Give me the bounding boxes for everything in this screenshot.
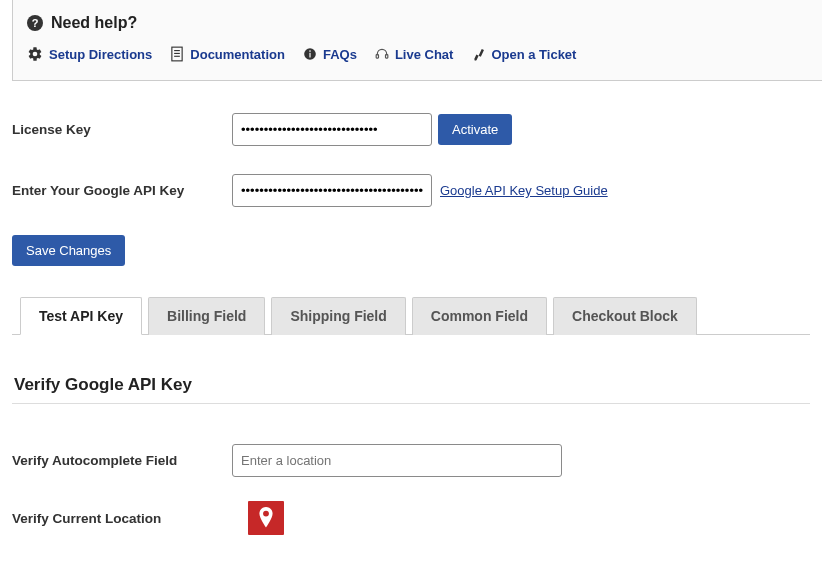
license-key-row: License Key Activate xyxy=(12,113,810,146)
document-icon xyxy=(170,46,184,62)
open-ticket-label: Open a Ticket xyxy=(491,47,576,62)
ticket-icon xyxy=(471,47,485,61)
info-icon xyxy=(303,47,317,61)
faqs-link[interactable]: FAQs xyxy=(303,47,357,62)
live-chat-link[interactable]: Live Chat xyxy=(375,47,454,62)
verify-autocomplete-row: Verify Autocomplete Field xyxy=(12,444,810,477)
svg-rect-7 xyxy=(376,55,378,59)
map-pin-icon xyxy=(257,507,275,529)
api-key-row: Enter Your Google API Key Google API Key… xyxy=(12,174,810,207)
tab-test-api-key[interactable]: Test API Key xyxy=(20,297,142,335)
tab-common-field[interactable]: Common Field xyxy=(412,297,547,335)
tab-billing-field[interactable]: Billing Field xyxy=(148,297,265,335)
settings-form: License Key Activate Enter Your Google A… xyxy=(0,81,822,575)
live-chat-label: Live Chat xyxy=(395,47,454,62)
svg-point-6 xyxy=(309,50,311,52)
help-links: Setup Directions Documentation FAQs Live… xyxy=(27,46,808,62)
help-panel: ? Need help? Setup Directions Documentat… xyxy=(12,0,822,81)
help-title: Need help? xyxy=(51,14,137,32)
verify-section-title: Verify Google API Key xyxy=(12,375,810,395)
autocomplete-input[interactable] xyxy=(232,444,562,477)
tabs: Test API Key Billing Field Shipping Fiel… xyxy=(12,296,810,335)
current-location-button[interactable] xyxy=(248,501,284,535)
api-guide-link[interactable]: Google API Key Setup Guide xyxy=(440,183,608,198)
setup-directions-link[interactable]: Setup Directions xyxy=(27,46,152,62)
license-key-input[interactable] xyxy=(232,113,432,146)
license-key-label: License Key xyxy=(12,122,232,137)
tab-checkout-block[interactable]: Checkout Block xyxy=(553,297,697,335)
api-key-input[interactable] xyxy=(232,174,432,207)
svg-rect-5 xyxy=(309,53,310,58)
headset-icon xyxy=(375,47,389,61)
gear-icon xyxy=(27,46,43,62)
verify-location-row: Verify Current Location xyxy=(12,501,810,535)
documentation-link[interactable]: Documentation xyxy=(170,46,285,62)
verify-autocomplete-label: Verify Autocomplete Field xyxy=(12,453,232,468)
setup-directions-label: Setup Directions xyxy=(49,47,152,62)
save-changes-button[interactable]: Save Changes xyxy=(12,235,125,266)
open-ticket-link[interactable]: Open a Ticket xyxy=(471,47,576,62)
question-icon: ? xyxy=(27,15,43,31)
svg-rect-8 xyxy=(385,55,387,59)
api-key-label: Enter Your Google API Key xyxy=(12,183,232,198)
activate-button[interactable]: Activate xyxy=(438,114,512,145)
verify-location-label: Verify Current Location xyxy=(12,511,232,526)
faqs-label: FAQs xyxy=(323,47,357,62)
section-divider xyxy=(12,403,810,404)
help-header: ? Need help? xyxy=(27,14,808,32)
tab-shipping-field[interactable]: Shipping Field xyxy=(271,297,405,335)
documentation-label: Documentation xyxy=(190,47,285,62)
